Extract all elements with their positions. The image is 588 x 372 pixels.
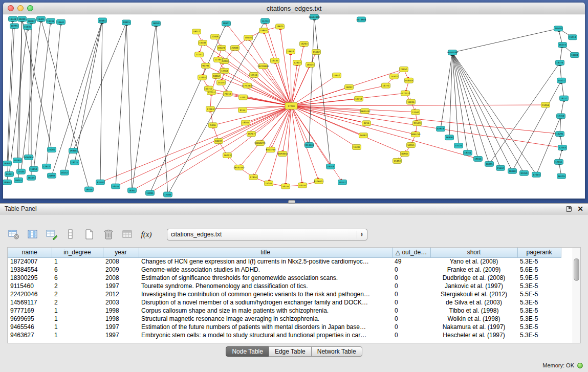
cell-name[interactable]: 19384554 bbox=[8, 266, 52, 274]
graph-node[interactable]: 17518 bbox=[250, 72, 258, 77]
graph-node[interactable]: 15914 bbox=[569, 35, 577, 40]
cell-title[interactable]: Genome-wide association studies in ADHD. bbox=[139, 266, 392, 274]
graph-node[interactable]: 16036 bbox=[407, 99, 416, 104]
cell-short[interactable]: Nakamura et al. (1997) bbox=[430, 323, 517, 331]
cell-name[interactable]: 9463627 bbox=[8, 331, 52, 339]
graph-node[interactable]: 10481 bbox=[98, 18, 107, 23]
cell-title[interactable]: Investigating the contribution of common… bbox=[139, 290, 392, 298]
cell-out_de[interactable]: 0 bbox=[392, 298, 430, 307]
table-row[interactable]: 1830029562008Estimation of significance … bbox=[8, 274, 561, 282]
cell-year[interactable]: 1998 bbox=[103, 315, 139, 323]
cell-year[interactable]: 1997 bbox=[103, 282, 139, 290]
create-column-icon[interactable] bbox=[45, 228, 58, 241]
graph-node[interactable]: 18478 bbox=[244, 35, 253, 40]
show-columns-icon[interactable] bbox=[26, 228, 39, 241]
float-panel-icon[interactable] bbox=[566, 206, 572, 212]
close-panel-icon[interactable]: ✕ bbox=[577, 205, 583, 212]
graph-node[interactable]: 14186 bbox=[199, 40, 207, 46]
graph-node[interactable]: 15245 bbox=[265, 181, 273, 186]
graph-node[interactable]: 16773 bbox=[382, 83, 390, 88]
table-scrollbar-thumb[interactable] bbox=[574, 258, 579, 281]
graph-node[interactable]: 748503 bbox=[405, 78, 413, 83]
graph-node[interactable]: 19220858 bbox=[257, 63, 269, 69]
graph-node[interactable]: 19915 bbox=[122, 20, 131, 25]
graph-node[interactable]: 12307 bbox=[293, 60, 302, 65]
cell-year[interactable]: 1997 bbox=[103, 331, 139, 339]
cell-title[interactable]: Tourette syndrome. Phenomenology and cla… bbox=[139, 282, 392, 290]
cell-pagerank[interactable]: 5.3E-5 bbox=[517, 298, 561, 307]
graph-node[interactable]: 18601 bbox=[222, 21, 231, 26]
graph-node[interactable]: 12672 bbox=[42, 164, 51, 169]
graph-node[interactable]: 15124 bbox=[454, 143, 463, 148]
cell-pagerank[interactable]: 5.3E-5 bbox=[517, 315, 561, 323]
tab-node-table[interactable]: Node Table bbox=[226, 346, 269, 357]
cell-in_degree[interactable]: 2 bbox=[52, 282, 103, 290]
cell-title[interactable]: Embryonic stem cells: a model to study s… bbox=[139, 331, 392, 339]
window-minimize-button[interactable] bbox=[17, 5, 24, 11]
tab-edge-table[interactable]: Edge Table bbox=[269, 346, 312, 357]
graph-node[interactable]: 16644910 bbox=[309, 14, 320, 19]
cell-year[interactable]: 2003 bbox=[103, 298, 139, 307]
table-row[interactable]: 977716911998Corpus callosum shape and si… bbox=[8, 307, 561, 315]
cell-pagerank[interactable]: 5.3E-5 bbox=[517, 307, 561, 315]
graph-node[interactable]: 91549 bbox=[413, 121, 422, 126]
graph-node[interactable]: 19531447 bbox=[233, 165, 245, 170]
graph-node[interactable]: 1895750 bbox=[410, 132, 420, 137]
cell-short[interactable]: Yano et al. (2008) bbox=[430, 257, 517, 266]
graph-node[interactable]: 16135 bbox=[271, 58, 279, 63]
graph-node[interactable]: 54955 bbox=[407, 143, 416, 148]
table-mode-icon[interactable] bbox=[7, 228, 20, 241]
graph-node[interactable]: 16032 bbox=[345, 84, 354, 90]
graph-node[interactable]: 76154 bbox=[281, 184, 290, 189]
graph-node[interactable]: 92450 bbox=[96, 180, 105, 185]
column-cells-icon[interactable] bbox=[64, 228, 77, 241]
graph-node[interactable]: 16448 bbox=[9, 16, 17, 21]
cell-in_degree[interactable]: 1 bbox=[52, 307, 103, 315]
cell-name[interactable]: 18724007 bbox=[8, 257, 52, 266]
graph-node[interactable]: 19336 bbox=[47, 18, 55, 24]
cell-title[interactable]: Corpus callosum shape and size in male p… bbox=[139, 307, 392, 315]
graph-node[interactable]: 76154 bbox=[112, 184, 120, 189]
graph-node[interactable]: 15860271 bbox=[254, 141, 266, 146]
cell-name[interactable]: 9699695 bbox=[8, 315, 52, 323]
graph-node[interactable]: 18774 bbox=[556, 60, 564, 65]
graph-node[interactable]: 18593012 bbox=[277, 151, 288, 157]
cell-out_de[interactable]: 0 bbox=[392, 274, 430, 282]
cell-year[interactable]: 2008 bbox=[103, 257, 139, 266]
cell-pagerank[interactable]: 5.5E-5 bbox=[517, 290, 561, 298]
graph-node[interactable]: 18012 bbox=[27, 18, 36, 24]
graph-node[interactable]: 17240 bbox=[285, 103, 297, 110]
graph-node[interactable]: 16448794 bbox=[447, 50, 458, 55]
graph-node[interactable]: 16273 bbox=[558, 42, 567, 48]
graph-node[interactable]: 18341 bbox=[464, 150, 472, 156]
cell-out_de[interactable]: 0 bbox=[392, 315, 430, 323]
graph-node[interactable]: 18341 bbox=[128, 188, 137, 193]
column-header-in_degree[interactable]: in_degree bbox=[52, 248, 103, 257]
graph-node[interactable]: 19518 bbox=[554, 26, 563, 31]
graph-node[interactable]: 16095 bbox=[485, 161, 494, 166]
new-file-icon[interactable] bbox=[83, 228, 96, 241]
cell-short[interactable]: Tibbo et al. (1998) bbox=[430, 307, 517, 315]
cell-in_degree[interactable]: 1 bbox=[52, 331, 103, 339]
table-row[interactable]: 1938455462009Genome-wide association stu… bbox=[8, 266, 561, 274]
column-header-title[interactable]: title bbox=[139, 248, 392, 257]
cell-title[interactable]: Estimation of the future numbers of pati… bbox=[139, 323, 392, 331]
graph-node[interactable]: 17093 bbox=[206, 106, 215, 112]
table-row[interactable]: 2242004622012Investigating the contribut… bbox=[8, 290, 561, 298]
graph-node[interactable]: 22608 bbox=[231, 46, 239, 51]
graph-node[interactable]: 19318 bbox=[3, 161, 12, 166]
cell-short[interactable]: de Silva et al. (2003) bbox=[430, 298, 517, 307]
graph-node[interactable]: 19613 bbox=[287, 49, 295, 54]
graph-node[interactable]: 25260850 bbox=[23, 155, 34, 160]
cell-short[interactable]: Wolkin et al. (1998) bbox=[430, 315, 517, 323]
cell-name[interactable]: 9465546 bbox=[8, 323, 52, 331]
split-handle[interactable] bbox=[288, 200, 295, 204]
graph-node[interactable]: 76314 bbox=[224, 91, 232, 96]
graph-node[interactable]: 18604 bbox=[571, 53, 579, 58]
graph-node[interactable]: 15493 bbox=[393, 158, 402, 163]
table-row[interactable]: 911546021997Tourette syndrome. Phenomeno… bbox=[8, 282, 561, 290]
cell-year[interactable]: 2012 bbox=[103, 290, 139, 298]
graph-node[interactable]: 95051 bbox=[5, 171, 14, 177]
graph-node[interactable]: 25174 bbox=[217, 80, 226, 85]
cell-out_de[interactable]: 0 bbox=[392, 266, 430, 274]
